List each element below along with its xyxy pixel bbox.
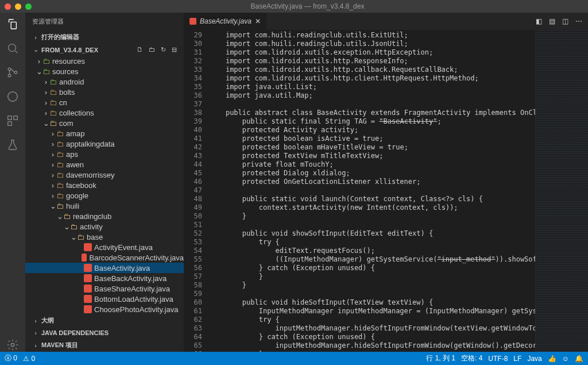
- file-item[interactable]: BaseBackActivity.java: [25, 273, 184, 283]
- tree-item-label: aps: [66, 150, 78, 159]
- tree-item-label: com: [59, 119, 74, 128]
- cursor-position[interactable]: 行 1, 列 1: [426, 354, 455, 363]
- file-item[interactable]: ActivityEvent.java: [25, 242, 184, 252]
- svg-rect-5: [8, 116, 11, 120]
- java-deps-section[interactable]: ›JAVA DEPENDENCIES: [25, 327, 184, 339]
- folder-item[interactable]: ›🗀google: [25, 190, 184, 201]
- tree-item-label: huili: [66, 202, 79, 210]
- minimize-window[interactable]: [15, 3, 21, 10]
- folder-root[interactable]: ⌄FROM_V3.4.8_DEX 🗋 🗀 ↻ ⊟: [25, 44, 184, 56]
- refresh-icon[interactable]: ↻: [161, 46, 166, 53]
- folder-item[interactable]: ›🗀bolts: [25, 87, 184, 97]
- svg-point-2: [8, 74, 11, 77]
- folder-item[interactable]: ›🗀amap: [25, 128, 184, 139]
- split-editor-icon[interactable]: ◫: [562, 17, 568, 25]
- code-editor[interactable]: 29 30 31 32 33 34 35 36 37 38 39 40 41 4…: [184, 30, 588, 352]
- folder-icon: 🗀: [56, 171, 64, 179]
- folder-item[interactable]: ⌄🗀base: [25, 232, 184, 242]
- status-bar: ⓧ 0 ⚠ 0 行 1, 列 1 空格: 4 UTF-8 LF Java 👍 ☺…: [0, 352, 588, 365]
- file-item[interactable]: ChoosePhotoActivity.java: [25, 304, 184, 314]
- folder-icon: 🗀: [49, 98, 57, 107]
- java-file-icon: [84, 305, 92, 313]
- tree-item-label: android: [59, 78, 84, 86]
- more-icon[interactable]: ⋯: [575, 17, 582, 25]
- folder-icon: 🗀: [42, 57, 50, 66]
- folder-item[interactable]: ›🗀awen: [25, 159, 184, 170]
- indentation[interactable]: 空格: 4: [461, 354, 482, 363]
- folder-item[interactable]: ⌄🗀com: [25, 118, 184, 128]
- encoding[interactable]: UTF-8: [488, 355, 508, 363]
- folder-icon: 🗀: [56, 160, 64, 169]
- tree-item-label: davemorrissey: [66, 171, 115, 179]
- svg-point-0: [9, 44, 16, 52]
- tree-item-label: bolts: [59, 88, 75, 97]
- minimap[interactable]: [535, 30, 588, 352]
- java-file-icon: [82, 253, 87, 262]
- thumbs-up-icon[interactable]: 👍: [548, 355, 556, 363]
- folder-item[interactable]: ›🗀android: [25, 76, 184, 87]
- close-window[interactable]: [5, 3, 11, 10]
- warnings-button[interactable]: ⚠ 0: [23, 355, 35, 363]
- java-file-icon: [84, 243, 92, 251]
- outline-section[interactable]: ›大纲: [25, 314, 184, 327]
- new-file-icon[interactable]: 🗋: [137, 46, 143, 53]
- file-item[interactable]: BottomLoadActivity.java: [25, 294, 184, 304]
- search-icon[interactable]: [6, 41, 20, 55]
- sidebar-title: 资源管理器: [25, 13, 184, 30]
- tree-item-label: activity: [80, 222, 103, 231]
- collapse-icon[interactable]: ⊟: [172, 46, 177, 53]
- code-content[interactable]: import com.huili.readingclub.utils.ExitU…: [209, 30, 535, 352]
- folder-item[interactable]: ⌄🗀activity: [25, 221, 184, 232]
- tree-item-label: BaseActivity.java: [94, 264, 150, 272]
- folder-icon: 🗀: [49, 109, 57, 117]
- compare-icon[interactable]: ◧: [536, 17, 542, 25]
- eol[interactable]: LF: [513, 355, 521, 363]
- tree-item-label: facebook: [66, 181, 96, 190]
- folder-icon: 🗀: [56, 191, 64, 200]
- folder-item[interactable]: ⌄🗀huili: [25, 201, 184, 211]
- java-file-icon: [84, 285, 92, 293]
- close-icon[interactable]: ✕: [255, 17, 261, 25]
- folder-item[interactable]: ›🗀cn: [25, 97, 184, 107]
- java-file-icon: [189, 18, 196, 25]
- folder-item[interactable]: ›🗀aps: [25, 149, 184, 159]
- folder-item[interactable]: ›🗀apptalkingdata: [25, 139, 184, 149]
- folder-icon: 🗀: [56, 129, 64, 138]
- svg-rect-7: [8, 122, 11, 125]
- folder-icon: 🗀: [49, 88, 57, 97]
- java-file-icon: [84, 264, 92, 272]
- folder-item[interactable]: ›🗀resources: [25, 56, 184, 66]
- maximize-window[interactable]: [25, 3, 32, 10]
- file-item[interactable]: BaseActivity.java: [25, 263, 184, 273]
- open-editors-section[interactable]: ›打开的编辑器: [25, 30, 184, 44]
- bell-icon[interactable]: 🔔: [575, 355, 583, 363]
- settings-icon[interactable]: [6, 338, 20, 352]
- tree-item-label: collections: [59, 109, 94, 117]
- folder-item[interactable]: ›🗀facebook: [25, 180, 184, 190]
- source-control-icon[interactable]: [6, 66, 20, 79]
- tree-item-label: readingclub: [73, 212, 111, 221]
- svg-point-8: [11, 343, 14, 347]
- tree-item-label: BottomLoadActivity.java: [94, 295, 173, 303]
- open-preview-icon[interactable]: ▤: [549, 17, 555, 25]
- folder-item[interactable]: ›🗀collections: [25, 107, 184, 118]
- language-mode[interactable]: Java: [527, 355, 541, 363]
- file-item[interactable]: BarcodeScannerActivity.java: [25, 252, 184, 263]
- file-tree[interactable]: ›🗀resources⌄🗀sources›🗀android›🗀bolts›🗀cn…: [25, 56, 184, 314]
- folder-item[interactable]: ⌄🗀sources: [25, 66, 184, 76]
- debug-icon[interactable]: [6, 90, 20, 103]
- feedback-icon[interactable]: ☺: [562, 355, 569, 363]
- test-icon[interactable]: [6, 138, 20, 152]
- traffic-lights: [5, 3, 32, 10]
- new-folder-icon[interactable]: 🗀: [149, 46, 155, 53]
- folder-item[interactable]: ⌄🗀readingclub: [25, 211, 184, 221]
- tree-item-label: google: [66, 191, 88, 200]
- errors-button[interactable]: ⓧ 0: [5, 354, 17, 363]
- tree-item-label: apptalkingdata: [66, 140, 115, 148]
- extensions-icon[interactable]: [6, 114, 20, 128]
- folder-item[interactable]: ›🗀davemorrissey: [25, 170, 184, 180]
- maven-section[interactable]: ›MAVEN 项目: [25, 339, 184, 352]
- file-item[interactable]: BaseShareActivity.java: [25, 283, 184, 294]
- explorer-icon[interactable]: [6, 17, 20, 31]
- tab-baseactivity[interactable]: BaseActivity.java ✕: [184, 13, 267, 30]
